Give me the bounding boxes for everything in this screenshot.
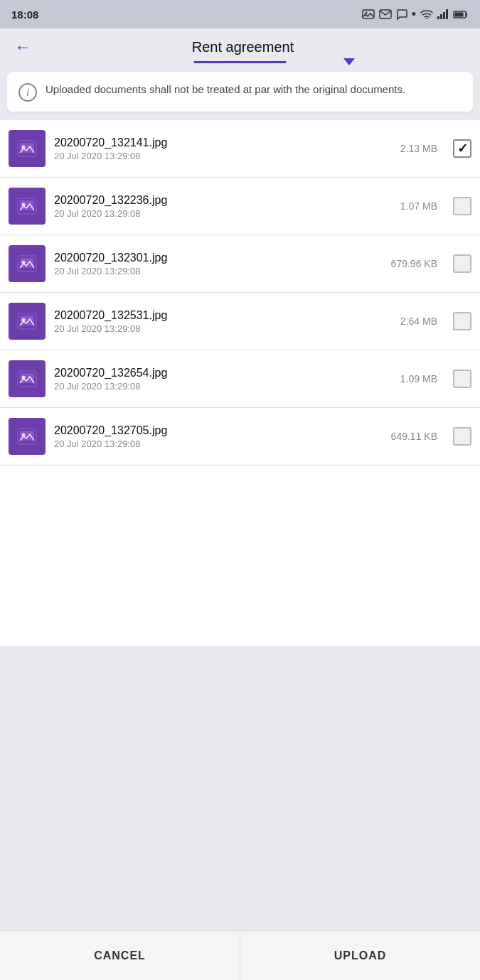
list-item: 20200720_132301.jpg20 Jul 2020 13:29:086… — [0, 235, 480, 293]
chat-status-icon — [396, 9, 407, 20]
list-item: 20200720_132141.jpg20 Jul 2020 13:29:082… — [0, 120, 480, 178]
upload-button[interactable]: UPLOAD — [240, 931, 480, 980]
file-name: 20200720_132236.jpg — [54, 194, 392, 207]
file-size: 1.07 MB — [400, 200, 437, 212]
info-icon: i — [18, 83, 37, 102]
file-date: 20 Jul 2020 13:29:08 — [54, 438, 383, 449]
file-thumbnail — [9, 360, 46, 397]
svg-rect-0 — [363, 10, 374, 18]
status-bar: 18:08 • — [0, 0, 480, 28]
file-size: 679.96 KB — [391, 258, 437, 269]
page-title: Rent agreement — [43, 39, 443, 55]
svg-rect-5 — [440, 14, 442, 19]
bottom-bar: CANCEL UPLOAD — [0, 930, 480, 980]
file-size: 649.11 KB — [391, 431, 437, 442]
file-name: 20200720_132141.jpg — [54, 136, 392, 149]
file-info: 20200720_132301.jpg20 Jul 2020 13:29:08 — [54, 252, 383, 276]
status-icons: • — [362, 7, 469, 22]
file-thumbnail — [9, 418, 46, 455]
file-size: 2.13 MB — [400, 143, 437, 154]
signal-status-icon — [437, 9, 449, 19]
file-info: 20200720_132236.jpg20 Jul 2020 13:29:08 — [54, 194, 392, 219]
file-date: 20 Jul 2020 13:29:08 — [54, 381, 392, 392]
image-status-icon — [362, 9, 375, 19]
dot-status: • — [412, 7, 416, 22]
list-item: 20200720_132654.jpg20 Jul 2020 13:29:081… — [0, 350, 480, 408]
file-thumbnail — [9, 303, 46, 340]
svg-point-3 — [426, 18, 427, 19]
file-date: 20 Jul 2020 13:29:08 — [54, 208, 392, 219]
svg-rect-2 — [380, 10, 391, 18]
list-item: 20200720_132705.jpg20 Jul 2020 13:29:086… — [0, 408, 480, 465]
file-list: 20200720_132141.jpg20 Jul 2020 13:29:082… — [0, 120, 480, 646]
file-size: 2.64 MB — [400, 316, 437, 327]
file-date: 20 Jul 2020 13:29:08 — [54, 266, 383, 276]
file-info: 20200720_132531.jpg20 Jul 2020 13:29:08 — [54, 309, 392, 334]
file-date: 20 Jul 2020 13:29:08 — [54, 323, 392, 334]
file-checkbox[interactable] — [453, 427, 471, 446]
back-button[interactable]: ← — [11, 36, 34, 58]
info-text: Uploaded documents shall not be treated … — [46, 82, 405, 98]
file-date: 20 Jul 2020 13:29:08 — [54, 151, 392, 161]
file-checkbox[interactable] — [453, 370, 471, 388]
battery-status-icon — [453, 10, 469, 19]
file-checkbox[interactable] — [453, 139, 471, 158]
file-checkbox[interactable] — [453, 197, 471, 215]
file-thumbnail — [9, 130, 46, 167]
file-info: 20200720_132141.jpg20 Jul 2020 13:29:08 — [54, 136, 392, 161]
file-name: 20200720_132531.jpg — [54, 309, 392, 322]
svg-rect-4 — [437, 16, 439, 19]
list-item: 20200720_132236.jpg20 Jul 2020 13:29:081… — [0, 178, 480, 235]
wifi-status-icon — [420, 9, 433, 19]
file-checkbox[interactable] — [453, 254, 471, 273]
cancel-button[interactable]: CANCEL — [0, 931, 240, 980]
file-name: 20200720_132654.jpg — [54, 367, 392, 379]
list-item: 20200720_132531.jpg20 Jul 2020 13:29:082… — [0, 293, 480, 350]
status-time: 18:08 — [11, 9, 38, 21]
empty-area — [0, 646, 480, 930]
file-checkbox[interactable] — [453, 312, 471, 330]
svg-rect-7 — [446, 9, 448, 19]
file-info: 20200720_132654.jpg20 Jul 2020 13:29:08 — [54, 367, 392, 392]
file-thumbnail — [9, 188, 46, 225]
info-box: i Uploaded documents shall not be treate… — [7, 72, 473, 112]
svg-rect-6 — [443, 12, 445, 19]
mail-status-icon — [379, 9, 392, 19]
file-name: 20200720_132705.jpg — [54, 424, 383, 437]
file-size: 1.09 MB — [400, 373, 437, 384]
file-name: 20200720_132301.jpg — [54, 252, 383, 264]
header-underline — [11, 61, 469, 63]
file-info: 20200720_132705.jpg20 Jul 2020 13:29:08 — [54, 424, 383, 449]
file-thumbnail — [9, 245, 46, 282]
svg-rect-9 — [455, 12, 464, 16]
header: ← Rent agreement — [0, 28, 480, 58]
